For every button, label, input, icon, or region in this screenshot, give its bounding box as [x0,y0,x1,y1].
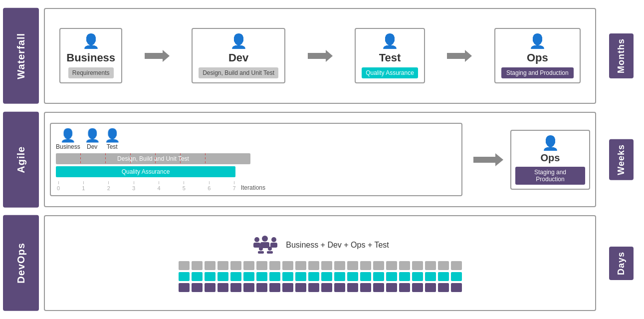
cell-purple-15 [360,283,371,292]
agile-time-label: Weeks [601,112,641,208]
devops-label: DevOps [3,215,39,311]
cell-cyan-11 [308,272,319,281]
waterfall-time-badge: Months [609,33,634,78]
cell-cyan-4 [217,272,228,281]
cell-cyan-13 [334,272,345,281]
cell-cyan-15 [360,272,371,281]
svg-rect-9 [270,243,277,248]
test-tag: Quality Assurance [362,67,418,78]
cell-gray-16 [373,261,384,270]
cell-purple-20 [425,283,436,292]
cell-purple-7 [256,283,267,292]
devops-row: DevOps [0,213,644,313]
iter-6: 6 [208,181,211,191]
iter-7: 7 [233,181,236,191]
cell-purple-16 [373,283,384,292]
ops-role-label: Ops [527,51,548,64]
cell-purple-6 [243,283,254,292]
dev-tag: Design, Build and Unit Test [199,67,278,78]
business-role-label: Business [66,51,115,64]
devops-row-purple [179,283,462,292]
svg-point-10 [259,247,263,251]
agile-design-bar: Design, Build and Unit Test [56,153,250,164]
agile-iterations-axis: 0 1 2 3 4 5 6 7 Iterations [56,179,265,191]
cell-purple-2 [192,283,203,292]
agile-ops-box: 👤 Ops Staging and Production [510,130,590,190]
cell-gray-14 [347,261,358,270]
svg-rect-5 [253,243,260,248]
waterfall-ops-box: 👤 Ops Staging and Production [494,28,581,83]
cell-gray-15 [360,261,371,270]
cell-gray-21 [438,261,449,270]
cell-gray-17 [386,261,397,270]
cell-gray-5 [230,261,241,270]
cell-cyan-19 [412,272,423,281]
cell-cyan-22 [451,272,462,281]
iteration-ticks: 0 1 2 3 4 5 6 7 [56,181,237,191]
waterfall-business-box: 👤 Business Requirements [59,28,122,83]
cell-cyan-21 [438,272,449,281]
cell-gray-22 [451,261,462,270]
agile-qa-bar-label: Quality Assurance [122,168,170,175]
devops-row-cyan [179,272,462,281]
agile-persons-row: 👤 Business 👤 Dev 👤 Test [56,128,456,150]
cell-purple-11 [308,283,319,292]
agile-dev-person: 👤 Dev [84,128,100,150]
iter-3: 3 [132,181,135,191]
cell-cyan-5 [230,272,241,281]
agile-dev-label: Dev [87,143,97,150]
cell-cyan-14 [347,272,358,281]
agile-label: Agile [3,112,39,208]
test-role-label: Test [379,51,401,64]
dev-person-icon: 👤 [230,33,247,49]
svg-marker-3 [473,153,503,166]
waterfall-time-label: Months [601,8,641,104]
iter-1: 1 [82,181,85,191]
agile-design-bar-wrap: Design, Build and Unit Test [56,153,456,164]
cell-purple-3 [205,283,215,292]
devops-row-gray [179,261,462,270]
cell-purple-5 [230,283,241,292]
devops-grid [179,261,462,292]
agile-qa-bar: Quality Assurance [56,166,235,177]
agile-test-person: 👤 Test [104,128,120,150]
svg-rect-13 [267,251,273,254]
devops-header: Business + Dev + Ops + Test [251,235,389,256]
arrow-2 [306,49,335,63]
cell-cyan-9 [282,272,293,281]
cell-cyan-8 [269,272,280,281]
iter-0: 0 [57,181,60,191]
agile-inner: 👤 Business 👤 Dev 👤 Test [50,123,590,196]
arrow-3 [445,49,474,63]
cell-purple-9 [282,283,293,292]
svg-point-8 [271,237,276,242]
waterfall-inner: 👤 Business Requirements 👤 Dev Design, Bu… [51,28,589,83]
cell-gray-19 [412,261,423,270]
cell-purple-13 [334,283,345,292]
agile-left-panel: 👤 Business 👤 Dev 👤 Test [50,123,462,196]
main-container: Waterfall 👤 Business Requirements 👤 [0,0,644,319]
iterations-label: Iterations [241,184,265,191]
test-person-icon: 👤 [381,33,399,49]
waterfall-dev-box: 👤 Dev Design, Build and Unit Test [192,28,285,83]
cell-gray-4 [217,261,228,270]
cell-cyan-2 [192,272,203,281]
devops-time-badge: Days [609,247,634,280]
devops-inner: Business + Dev + Ops + Test [51,233,589,294]
cell-purple-4 [217,283,228,292]
arrow-1 [143,49,172,63]
cell-cyan-20 [425,272,436,281]
cell-purple-21 [438,283,449,292]
cell-purple-18 [399,283,410,292]
agile-ops-role-label: Ops [541,152,560,164]
cell-gray-13 [334,261,345,270]
business-person-icon: 👤 [82,33,100,49]
agile-ops-person-icon: 👤 [542,135,559,151]
devops-group-icon [251,235,281,256]
cell-gray-18 [399,261,410,270]
svg-point-4 [254,237,259,242]
svg-marker-0 [145,50,170,62]
iter-4: 4 [157,181,160,191]
cell-gray-2 [192,261,203,270]
business-tag: Requirements [68,67,114,78]
